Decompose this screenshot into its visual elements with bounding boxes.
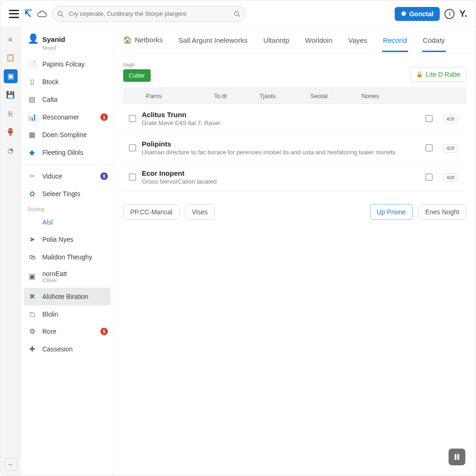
sidebar-user-header[interactable]: 👤 Syanid (21, 27, 113, 47)
ppcc-button[interactable]: PP.CC-Mancal (123, 204, 179, 220)
row-text[interactable]: Aclitus Trunn Grate Mave E4S ltal 7. Ras… (142, 111, 415, 126)
rail-clipboard-icon[interactable]: 📋 (4, 51, 18, 65)
bag-icon: 🛍 (27, 253, 37, 261)
sidebar-item-seleer[interactable]: ✿Seleer Tingts (21, 185, 113, 203)
col-nones[interactable]: Nones (358, 93, 415, 99)
rail-jar-icon[interactable]: 🏺 (4, 125, 18, 139)
rail-panel-icon[interactable]: ▣ (4, 69, 18, 83)
mini-filter: Itagh Cutler (123, 62, 151, 82)
info-icon[interactable]: i (444, 9, 455, 19)
row-flag-checkbox[interactable] (425, 144, 433, 152)
table-row: Ecor Inopent Gross NervorCation lauated … (123, 163, 466, 192)
sidebar-item-viduce[interactable]: ✂Viduce8 (21, 167, 113, 185)
page-one-icon: ▯ (27, 78, 37, 86)
tab-codaty[interactable]: Codaty (422, 29, 446, 52)
sidebar-item-papinis[interactable]: 📄Papinis Folcay (21, 55, 113, 73)
cutler-button[interactable]: Cutler (123, 69, 151, 82)
row-text[interactable]: Ecor Inopent Gross NervorCation lauated (142, 169, 415, 185)
rail-save-icon[interactable]: 💾 (4, 88, 18, 102)
sidebar-group-2: ✂Viduce8 ✿Seleer Tingts (21, 167, 113, 203)
sidebar-item-cassesion[interactable]: ✚Cassesion (21, 340, 113, 358)
row-text[interactable]: Polipints Usaman directure to fac borace… (142, 140, 415, 156)
row-checkbox[interactable] (129, 115, 136, 122)
col-totit[interactable]: To.tit (211, 93, 256, 99)
sidebar-item-btock[interactable]: ▯Btock (21, 73, 113, 91)
sidebar-item-doen[interactable]: ▦Doen Sompline (21, 126, 113, 144)
sidebar-item-calta[interactable]: ▤Calta (21, 91, 113, 108)
svg-point-2 (235, 11, 239, 15)
lock-icon: 🔒 (416, 71, 423, 78)
rail-clock-icon[interactable]: ◔ (4, 144, 18, 158)
col-parns[interactable]: Parns (142, 93, 211, 99)
sidebar-item-polia[interactable]: ➤Polia Nyes (21, 231, 113, 248)
footer-buttons: PP.CC-Mancal Vises Up Prione Enes Noght (123, 204, 466, 220)
row-flag-checkbox[interactable] (425, 173, 433, 181)
tabs: 🏠Netborks Sall Argunt Ineleworks Ultannt… (114, 27, 476, 53)
calendar-icon: ▣ (27, 272, 37, 281)
sidebar-item-alsl[interactable]: Alsl (21, 214, 113, 231)
up-prione-button[interactable]: Up Prione (370, 204, 413, 220)
sidebar-user-status: Nroed (42, 45, 113, 51)
float-pause-button[interactable] (449, 449, 465, 465)
row-checkbox[interactable] (129, 173, 136, 181)
live-button[interactable]: 🔒 Lite D Rabe (410, 67, 466, 82)
row-flag-checkbox[interactable] (425, 115, 433, 122)
sidebar-item-rore[interactable]: ⚙Rore5 (21, 323, 113, 340)
toolbar-row: Itagh Cutler 🔒 Lite D Rabe (123, 62, 466, 82)
main-panel: 🏠Netborks Sall Argunt Ineleworks Ultannt… (114, 27, 476, 476)
row-checkbox[interactable] (129, 144, 136, 152)
user-menu-icon[interactable]: Y. (459, 8, 467, 19)
badge: 5 (100, 328, 108, 335)
global-search (52, 6, 246, 22)
row-chip[interactable]: 40fl (443, 115, 458, 123)
sidebar-item-norneatt[interactable]: ▣nornEattIOliver (21, 265, 113, 288)
svg-line-1 (62, 15, 64, 17)
sidebar-item-aluhote[interactable]: ✖Alühote Biration (24, 288, 111, 305)
row-chip[interactable]: 40fl (443, 144, 458, 152)
wrench-icon: ✖ (27, 292, 37, 301)
sidebar-item-fleeting[interactable]: ◆Fleeting Dilols (21, 144, 113, 161)
body: ≡ 📋 ▣ 💾 ⎘ 🏺 ◔ ↔ 👤 Syanid Nroed 📄Papinis … (0, 27, 476, 476)
sidebar-section-label: Doyling (21, 203, 113, 214)
search-input[interactable] (52, 6, 246, 22)
hamburger-icon[interactable] (9, 10, 19, 18)
rail-box-icon[interactable]: ⎘ (4, 106, 18, 120)
svg-point-0 (58, 11, 62, 15)
sidebar-item-resconamer[interactable]: 📊Resconamer1 (21, 108, 113, 126)
tab-recorid[interactable]: Recorid (382, 29, 408, 52)
topbar: ↸ ✺ Gonctal i Y. (0, 0, 476, 27)
search-submit-icon[interactable] (234, 11, 240, 17)
rail-menu-icon[interactable]: ≡ (4, 32, 18, 46)
bolt-icon: ◆ (27, 148, 37, 157)
gear-green-icon: ✿ (27, 190, 37, 198)
gear-icon: ✺ (401, 10, 406, 17)
tab-worldoin[interactable]: Worldoin (304, 29, 333, 52)
sidebar-item-blolin[interactable]: 🗀Blolin (21, 305, 113, 323)
table-header: Parns To.tit Tjasts Seotal Nones (123, 87, 466, 104)
rail-collapse-button[interactable]: ↔ (4, 458, 17, 471)
col-seotal[interactable]: Seotal (307, 93, 358, 99)
col-tjasts[interactable]: Tjasts (256, 93, 307, 99)
tab-vayes[interactable]: Vayes (347, 29, 368, 52)
search-icon (57, 11, 64, 17)
enes-noght-button[interactable]: Enes Noght (418, 204, 466, 220)
table-row: Aclitus Trunn Grate Mave E4S ltal 7. Ras… (123, 104, 466, 133)
row-chip[interactable]: 40fl (443, 173, 458, 182)
app-window: ↸ ✺ Gonctal i Y. ≡ 📋 ▣ 💾 ⎘ 🏺 (0, 0, 476, 476)
bar-chart-icon: 📊 (27, 113, 37, 121)
sidebar-item-malidon[interactable]: 🛍Malidon Theughy (21, 248, 113, 265)
svg-rect-4 (455, 454, 456, 460)
sidebar: 👤 Syanid Nroed 📄Papinis Folcay ▯Btock ▤C… (21, 27, 114, 476)
tab-ultanntp[interactable]: Ultanntp (262, 29, 290, 52)
tab-netborks[interactable]: 🏠Netborks (122, 28, 164, 52)
primary-action-button[interactable]: ✺ Gonctal (395, 7, 440, 21)
document-icon: 📄 (27, 60, 37, 68)
vises-button[interactable]: Vises (185, 204, 215, 220)
cog-icon: ⚙ (27, 327, 37, 336)
svg-line-3 (238, 15, 240, 17)
cloud-icon[interactable] (37, 10, 47, 18)
tab-sall[interactable]: Sall Argunt Ineleworks (178, 29, 248, 52)
mini-filter-label: Itagh (123, 62, 151, 67)
back-arrow-icon[interactable]: ↸ (24, 8, 32, 20)
medical-icon: ✚ (27, 345, 37, 353)
